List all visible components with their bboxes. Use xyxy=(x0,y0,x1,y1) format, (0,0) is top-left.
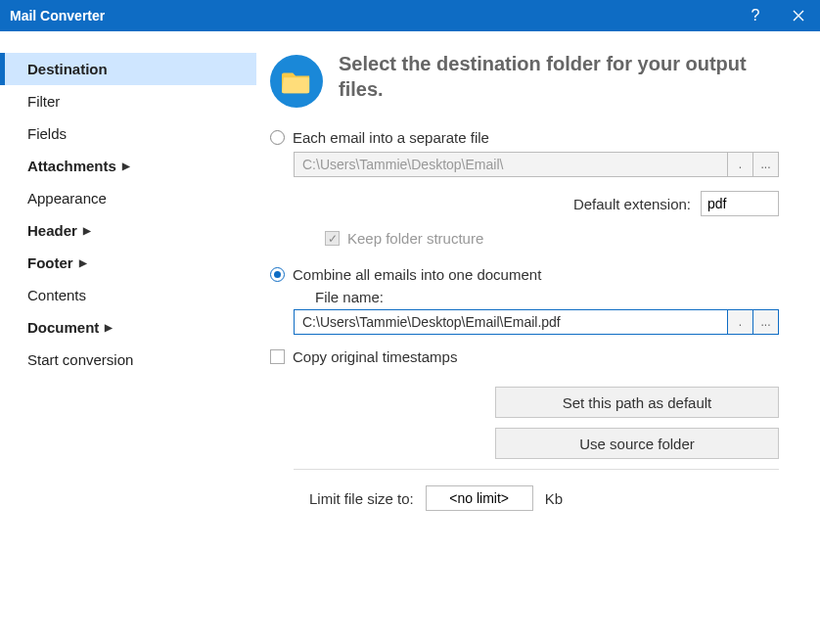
set-default-path-button[interactable]: Set this path as default xyxy=(495,387,779,418)
sidebar-item-attachments[interactable]: Attachments▶ xyxy=(0,150,256,182)
page-heading: Select the destination folder for your o… xyxy=(339,51,793,102)
help-button[interactable]: ? xyxy=(734,0,777,31)
checkbox-icon xyxy=(325,231,340,246)
combine-path-browse-button[interactable]: ... xyxy=(753,309,779,335)
combine-path-dot-button[interactable]: . xyxy=(728,309,753,335)
default-extension-input[interactable] xyxy=(701,191,779,216)
sidebar-item-document[interactable]: Document▶ xyxy=(0,311,256,344)
close-icon xyxy=(793,10,804,22)
sidebar-item-destination[interactable]: Destination xyxy=(0,53,256,85)
sidebar: DestinationFilterFieldsAttachments▶Appea… xyxy=(0,31,256,644)
sidebar-item-label: Appearance xyxy=(27,190,107,207)
option-separate-file[interactable]: Each email into a separate file xyxy=(270,129,793,146)
sidebar-item-start-conversion[interactable]: Start conversion xyxy=(0,344,256,376)
titlebar: Mail Converter ? xyxy=(0,0,820,31)
folder-icon xyxy=(270,55,323,108)
option-combine-label: Combine all emails into one document xyxy=(293,266,541,283)
sidebar-item-header[interactable]: Header▶ xyxy=(0,214,256,247)
sidebar-item-label: Attachments xyxy=(27,158,116,174)
radio-separate-icon xyxy=(270,130,285,145)
chevron-right-icon: ▶ xyxy=(122,161,130,171)
separate-path-input xyxy=(294,152,728,177)
use-source-folder-button[interactable]: Use source folder xyxy=(495,428,779,459)
option-separate-label: Each email into a separate file xyxy=(293,129,489,146)
keep-folder-label: Keep folder structure xyxy=(347,230,483,247)
sidebar-item-fields[interactable]: Fields xyxy=(0,117,256,150)
sidebar-item-label: Footer xyxy=(27,254,73,271)
app-title: Mail Converter xyxy=(10,8,734,23)
copy-timestamps-label: Copy original timestamps xyxy=(293,348,457,365)
copy-timestamps-checkbox[interactable]: Copy original timestamps xyxy=(270,348,793,365)
chevron-right-icon: ▶ xyxy=(83,225,91,236)
sidebar-item-label: Header xyxy=(27,222,77,239)
separate-path-browse-button[interactable]: ... xyxy=(753,152,779,177)
keep-folder-structure-checkbox: Keep folder structure xyxy=(325,230,793,247)
checkbox-icon xyxy=(270,349,285,364)
sidebar-item-label: Document xyxy=(27,319,99,336)
separator xyxy=(294,469,779,470)
radio-combine-icon xyxy=(270,267,285,282)
limit-file-size-label: Limit file size to: xyxy=(309,490,414,507)
chevron-right-icon: ▶ xyxy=(105,322,113,333)
combine-path-input[interactable] xyxy=(294,309,728,335)
sidebar-item-contents[interactable]: Contents xyxy=(0,279,256,311)
limit-file-size-unit: Kb xyxy=(545,490,563,507)
sidebar-item-label: Contents xyxy=(27,287,86,303)
sidebar-item-appearance[interactable]: Appearance xyxy=(0,182,256,214)
separate-path-dot-button[interactable]: . xyxy=(728,152,753,177)
close-button[interactable] xyxy=(777,0,820,31)
sidebar-item-label: Filter xyxy=(27,93,60,110)
sidebar-item-filter[interactable]: Filter xyxy=(0,85,256,117)
default-extension-label: Default extension: xyxy=(573,196,691,212)
option-combine-file[interactable]: Combine all emails into one document xyxy=(270,266,793,283)
sidebar-item-footer[interactable]: Footer▶ xyxy=(0,247,256,279)
limit-file-size-input[interactable] xyxy=(426,485,533,511)
sidebar-item-label: Start conversion xyxy=(27,351,133,368)
sidebar-item-label: Destination xyxy=(27,61,108,77)
chevron-right-icon: ▶ xyxy=(79,257,87,268)
sidebar-item-label: Fields xyxy=(27,125,67,142)
main-panel: Select the destination folder for your o… xyxy=(256,31,820,644)
filename-label: File name: xyxy=(315,289,793,305)
